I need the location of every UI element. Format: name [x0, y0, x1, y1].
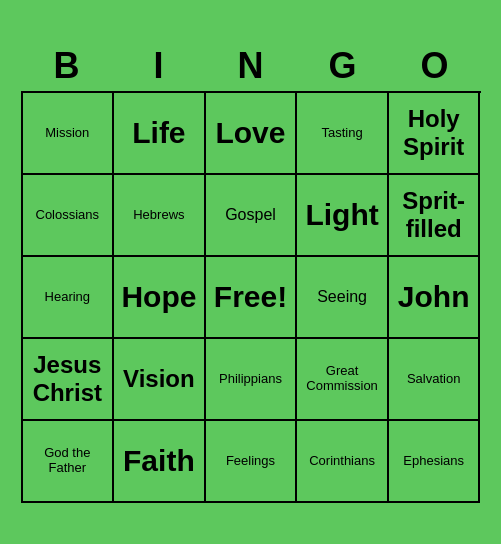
bingo-card: BINGO MissionLifeLoveTastingHoly SpiritC…	[11, 31, 491, 513]
cell-r1-c4: Sprit-filled	[389, 175, 481, 257]
cell-r2-c3: Seeing	[297, 257, 389, 339]
cell-text: Love	[215, 116, 285, 151]
cell-r2-c2: Free!	[206, 257, 298, 339]
header-letter: N	[205, 41, 297, 91]
cell-text: Life	[132, 116, 185, 151]
cell-r3-c1: Vision	[114, 339, 206, 421]
cell-r1-c0: Colossians	[23, 175, 115, 257]
cell-text: Holy Spirit	[393, 105, 475, 160]
cell-r3-c2: Philippians	[206, 339, 298, 421]
cell-text: Colossians	[36, 208, 100, 223]
cell-r0-c0: Mission	[23, 93, 115, 175]
cell-text: Light	[305, 198, 378, 233]
cell-text: Ephesians	[403, 454, 464, 469]
cell-text: Feelings	[226, 454, 275, 469]
cell-r4-c4: Ephesians	[389, 421, 481, 503]
cell-r0-c3: Tasting	[297, 93, 389, 175]
cell-r1-c1: Hebrews	[114, 175, 206, 257]
cell-text: Mission	[45, 126, 89, 141]
cell-text: Great Commission	[301, 364, 383, 394]
cell-text: Seeing	[317, 288, 367, 306]
cell-r0-c2: Love	[206, 93, 298, 175]
cell-r3-c4: Salvation	[389, 339, 481, 421]
cell-text: Hope	[121, 280, 196, 315]
header-letter: I	[113, 41, 205, 91]
cell-r2-c1: Hope	[114, 257, 206, 339]
cell-text: Hebrews	[133, 208, 184, 223]
cell-r1-c2: Gospel	[206, 175, 298, 257]
bingo-header: BINGO	[21, 41, 481, 91]
cell-r3-c3: Great Commission	[297, 339, 389, 421]
cell-text: Tasting	[321, 126, 362, 141]
cell-r4-c1: Faith	[114, 421, 206, 503]
cell-r2-c0: Hearing	[23, 257, 115, 339]
cell-text: Sprit-filled	[393, 187, 475, 242]
header-letter: O	[389, 41, 481, 91]
cell-r3-c0: Jesus Christ	[23, 339, 115, 421]
cell-text: God the Father	[27, 446, 109, 476]
header-letter: G	[297, 41, 389, 91]
cell-r2-c4: John	[389, 257, 481, 339]
cell-r4-c3: Corinthians	[297, 421, 389, 503]
cell-text: Salvation	[407, 372, 460, 387]
cell-r4-c0: God the Father	[23, 421, 115, 503]
header-letter: B	[21, 41, 113, 91]
cell-text: Gospel	[225, 206, 276, 224]
cell-r4-c2: Feelings	[206, 421, 298, 503]
bingo-grid: MissionLifeLoveTastingHoly SpiritColossi…	[21, 91, 481, 503]
cell-text: Jesus Christ	[27, 351, 109, 406]
cell-text: Free!	[214, 280, 287, 315]
cell-text: Vision	[123, 365, 195, 393]
cell-r0-c1: Life	[114, 93, 206, 175]
cell-text: Corinthians	[309, 454, 375, 469]
cell-text: Faith	[123, 444, 195, 479]
cell-r0-c4: Holy Spirit	[389, 93, 481, 175]
cell-text: Philippians	[219, 372, 282, 387]
cell-text: John	[398, 280, 470, 315]
cell-r1-c3: Light	[297, 175, 389, 257]
cell-text: Hearing	[45, 290, 91, 305]
